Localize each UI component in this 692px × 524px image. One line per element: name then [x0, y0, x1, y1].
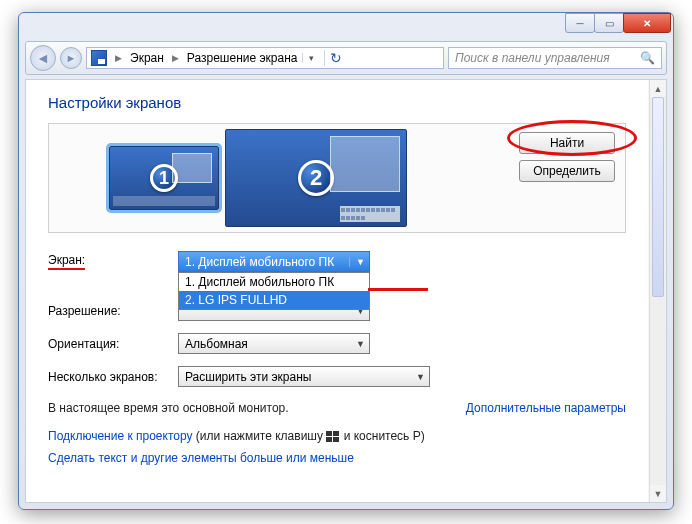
primary-note-row: В настоящее время это основной монитор. …: [48, 401, 626, 415]
projector-line: Подключение к проектору (или нажмите кла…: [48, 429, 626, 443]
windows-key-icon: [326, 431, 340, 443]
chevron-right-icon: ▶: [111, 53, 126, 63]
advanced-link[interactable]: Дополнительные параметры: [466, 401, 626, 415]
multi-label: Несколько экранов:: [48, 370, 178, 384]
window: ─ ▭ ✕ ◄ ► ▶ Экран ▶ Разрешение экрана ▾ …: [18, 12, 674, 510]
titlebar: ─ ▭ ✕: [19, 13, 673, 41]
display-row: Экран: 1. Дисплей мобильного ПК ▼ 1. Дис…: [48, 251, 626, 272]
search-placeholder: Поиск в панели управления: [455, 51, 610, 65]
minimize-button[interactable]: ─: [565, 13, 595, 33]
text-size-link[interactable]: Сделать текст и другие элементы больше и…: [48, 451, 626, 465]
close-button[interactable]: ✕: [623, 13, 671, 33]
resolution-label: Разрешение:: [48, 304, 178, 318]
monitor-1[interactable]: 1: [109, 146, 219, 210]
multi-combo[interactable]: Расширить эти экраны ▼: [178, 366, 430, 387]
projector-hint-post: и коснитесь P): [340, 429, 424, 443]
dropdown-icon: ▼: [349, 257, 365, 267]
address-bar[interactable]: ▶ Экран ▶ Разрешение экрана ▾ ↻: [86, 47, 444, 69]
refresh-button[interactable]: ↻: [324, 50, 348, 66]
content-frame: ▲ ▼ Настройки экранов 1 2: [25, 79, 667, 503]
display-combo[interactable]: 1. Дисплей мобильного ПК ▼: [178, 251, 370, 272]
window-thumb: [172, 153, 212, 183]
window-thumb: [330, 136, 400, 192]
chevron-right-icon: ▶: [168, 53, 183, 63]
content: Настройки экранов 1 2 Найти: [26, 80, 648, 502]
projector-link[interactable]: Подключение к проектору: [48, 429, 193, 443]
scroll-thumb[interactable]: [652, 97, 664, 297]
search-input[interactable]: Поиск в панели управления 🔍: [448, 47, 662, 69]
breadcrumb-item[interactable]: Экран: [130, 51, 164, 65]
find-button[interactable]: Найти: [519, 132, 615, 154]
back-button[interactable]: ◄: [30, 45, 56, 71]
svg-rect-2: [326, 437, 332, 442]
monitor-arrange-box: 1 2 Найти Определить: [48, 123, 626, 233]
svg-rect-0: [326, 431, 332, 436]
display-option-2[interactable]: 2. LG IPS FULLHD: [179, 291, 369, 309]
breadcrumb-item[interactable]: Разрешение экрана: [187, 51, 298, 65]
scroll-down-icon[interactable]: ▼: [650, 485, 666, 502]
taskbar-thumb: [340, 206, 400, 222]
projector-hint-pre: (или нажмите клавишу: [193, 429, 327, 443]
multi-row: Несколько экранов: Расширить эти экраны …: [48, 366, 626, 387]
page-title: Настройки экранов: [48, 94, 626, 111]
monitor-number: 2: [298, 160, 334, 196]
search-icon[interactable]: 🔍: [640, 51, 655, 65]
svg-rect-1: [333, 431, 339, 436]
monitor-2[interactable]: 2: [225, 129, 407, 227]
multi-combo-value: Расширить эти экраны: [185, 370, 311, 384]
taskbar-thumb: [113, 196, 215, 206]
orientation-label: Ориентация:: [48, 337, 178, 351]
dropdown-icon: ▼: [350, 339, 365, 349]
orientation-row: Ориентация: Альбомная ▼: [48, 333, 626, 354]
annotation-underline: [368, 288, 428, 291]
display-icon: [91, 50, 107, 66]
display-option-1[interactable]: 1. Дисплей мобильного ПК: [179, 273, 369, 291]
scrollbar[interactable]: ▲ ▼: [649, 80, 666, 502]
display-label: Экран:: [48, 253, 178, 270]
dropdown-icon: ▼: [410, 372, 425, 382]
display-combo-value: 1. Дисплей мобильного ПК: [185, 255, 334, 269]
nav-bar: ◄ ► ▶ Экран ▶ Разрешение экрана ▾ ↻ Поис…: [25, 41, 667, 75]
identify-button[interactable]: Определить: [519, 160, 615, 182]
maximize-button[interactable]: ▭: [594, 13, 624, 33]
display-dropdown: 1. Дисплей мобильного ПК 2. LG IPS FULLH…: [178, 272, 370, 310]
forward-button[interactable]: ►: [60, 47, 82, 69]
svg-rect-3: [333, 437, 339, 442]
orientation-combo[interactable]: Альбомная ▼: [178, 333, 370, 354]
primary-monitor-note: В настоящее время это основной монитор.: [48, 401, 289, 415]
orientation-combo-value: Альбомная: [185, 337, 248, 351]
address-drop-icon[interactable]: ▾: [302, 53, 320, 63]
scroll-up-icon[interactable]: ▲: [650, 80, 666, 97]
